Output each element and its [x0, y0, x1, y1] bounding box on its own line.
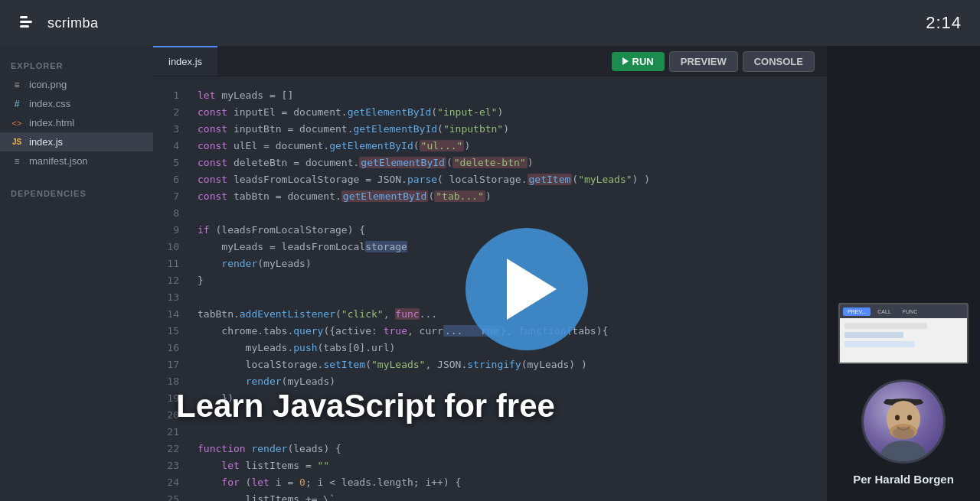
file-icon-html: <> [11, 119, 23, 128]
svg-point-10 [893, 427, 914, 439]
sidebar: EXPLORER ≡ icon.png # index.css <> index… [0, 46, 153, 501]
sidebar-filename-png: icon.png [29, 79, 67, 90]
file-icon-js: JS [11, 138, 23, 146]
main-layout: EXPLORER ≡ icon.png # index.css <> index… [0, 46, 980, 501]
preview-button[interactable]: PREVIEW [669, 51, 738, 72]
sidebar-filename-html: index.html [29, 117, 74, 129]
preview-tab-func[interactable]: FUNC [898, 307, 922, 316]
dependencies-label: DEPENDENCIES [0, 181, 153, 203]
scrimba-logo-icon [18, 10, 40, 36]
logo-text: scrimba [47, 15, 99, 31]
editor-area: index.js RUN PREVIEW CONSOLE 12345 67891… [153, 46, 827, 501]
video-title: Learn JavaScript for free [176, 388, 555, 425]
svg-point-9 [907, 415, 912, 421]
sidebar-item-manifest-json[interactable]: ≡ manifest.json [0, 151, 153, 171]
sidebar-item-index-js[interactable]: JS index.js [0, 132, 153, 151]
console-button[interactable]: CONSOLE [743, 51, 815, 72]
preview-tab-call[interactable]: CALL [873, 307, 896, 316]
active-editor-tab[interactable]: index.js [153, 46, 217, 76]
instructor-name: Per Harald Borgen [853, 473, 954, 486]
preview-thumbnail[interactable]: PREV... CALL FUNC [838, 303, 969, 364]
sidebar-item-index-html[interactable]: <> index.html [0, 113, 153, 132]
instructor-silhouette [865, 379, 942, 464]
svg-rect-2 [20, 25, 29, 28]
topbar: scrimba 2:14 [0, 0, 980, 46]
preview-tab-prev[interactable]: PREV... [843, 307, 871, 316]
editor-tab-bar: index.js RUN PREVIEW CONSOLE [153, 46, 827, 76]
preview-content [840, 318, 967, 364]
svg-point-8 [895, 415, 900, 421]
svg-rect-0 [20, 16, 28, 18]
run-icon [622, 57, 629, 65]
run-button[interactable]: RUN [612, 52, 665, 71]
file-icon-css: # [11, 99, 23, 109]
timer-display: 2:14 [926, 13, 962, 33]
instructor-photo [861, 379, 946, 464]
file-icon-png: ≡ [11, 80, 23, 90]
preview-tab-bar: PREV... CALL FUNC [840, 304, 967, 318]
editor-toolbar: RUN PREVIEW CONSOLE [612, 46, 827, 76]
video-title-overlay: Learn JavaScript for free [176, 388, 555, 425]
sidebar-filename-css: index.css [29, 98, 70, 109]
play-button[interactable] [466, 228, 588, 350]
svg-rect-1 [20, 21, 32, 23]
svg-point-7 [880, 441, 926, 464]
sidebar-filename-json: manifest.json [29, 155, 88, 167]
play-icon [507, 259, 557, 320]
line-numbers: 12345 678910 1112131415 1617181920 21222… [153, 76, 187, 501]
file-icon-json: ≡ [11, 156, 23, 167]
sidebar-item-icon-png[interactable]: ≡ icon.png [0, 75, 153, 94]
code-editor: 12345 678910 1112131415 1617181920 21222… [153, 76, 827, 501]
sidebar-filename-js: index.js [29, 136, 63, 148]
logo-area: scrimba [18, 10, 99, 36]
right-panel: PREV... CALL FUNC [827, 46, 980, 501]
explorer-label: EXPLORER [0, 54, 153, 75]
sidebar-item-index-css[interactable]: # index.css [0, 94, 153, 113]
